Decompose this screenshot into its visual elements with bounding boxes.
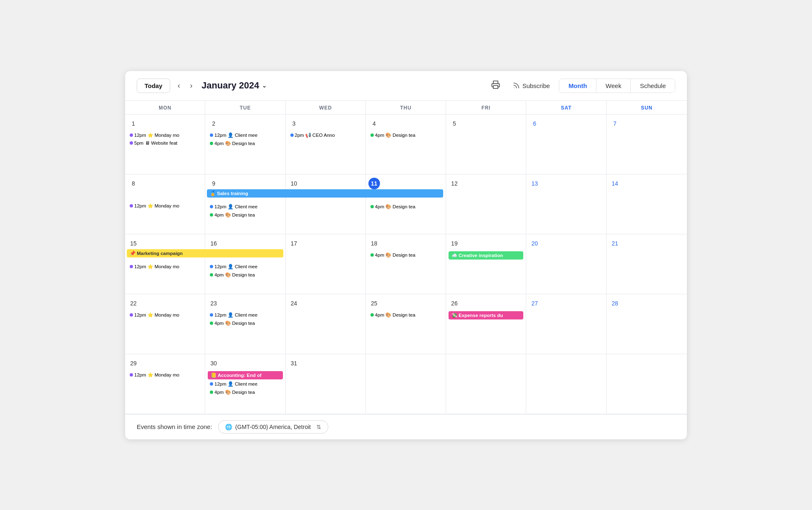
week-row-4: 22 12pm ⭐ Monday mo 23 12pm 👤 Client mee…: [125, 294, 687, 354]
day-cell-jan26[interactable]: 26 💸 Expense reports du: [446, 294, 526, 354]
tab-week[interactable]: Week: [596, 79, 631, 93]
list-item[interactable]: 4pm 🎨 Design tea: [208, 319, 283, 327]
day-cell-jan21[interactable]: 21: [607, 234, 687, 294]
day-cell-jan6[interactable]: 6: [526, 114, 606, 174]
dot-purple-icon: [130, 265, 133, 268]
dot-green-icon: [370, 253, 374, 257]
list-item[interactable]: 4pm 🎨 Design tea: [208, 211, 283, 219]
dot-green-icon: [210, 391, 213, 394]
svg-rect-0: [493, 85, 498, 88]
list-item[interactable]: 4pm 🎨 Design tea: [208, 271, 283, 279]
dot-green-icon: [210, 273, 213, 276]
day-cell-jan27[interactable]: 27: [526, 294, 606, 354]
list-item[interactable]: 12pm 👤 Client mee: [208, 380, 283, 388]
list-item[interactable]: 4pm 🎨 Design tea: [368, 311, 443, 319]
day-cell-jan30[interactable]: 30 📒 Accounting: End of 12pm 👤 Client me…: [205, 354, 285, 414]
day-cell-jan9[interactable]: 9 🏅 Sales training 12pm 👤 Client mee 4pm…: [205, 174, 285, 234]
day-cell-jan28[interactable]: 28: [607, 294, 687, 354]
list-item[interactable]: 12pm ⭐ Monday mo: [128, 311, 202, 319]
list-item[interactable]: 12pm 👤 Client mee: [208, 263, 283, 270]
day-cell-jan4[interactable]: 4 4pm 🎨 Design tea: [366, 114, 446, 174]
day-number: 27: [529, 298, 540, 309]
day-header-thu: THU: [366, 101, 446, 114]
list-item[interactable]: 4pm 🎨 Design tea: [368, 131, 443, 139]
day-cell-jan31[interactable]: 31: [286, 354, 366, 414]
day-cell-jan29[interactable]: 29 12pm ⭐ Monday mo: [125, 354, 205, 414]
day-cell-jan20[interactable]: 20: [526, 234, 606, 294]
list-item[interactable]: 4pm 🎨 Design tea: [368, 251, 443, 259]
day-number: 23: [208, 298, 219, 309]
next-month-button[interactable]: ›: [188, 80, 195, 92]
week-row-2: 8 12pm ⭐ Monday mo 9 🏅 Sales training 12…: [125, 174, 687, 234]
list-item[interactable]: 4pm 🎨 Design tea: [208, 140, 283, 147]
prev-month-button[interactable]: ‹: [175, 80, 183, 92]
day-header-wed: WED: [286, 101, 366, 114]
day-cell-jan1[interactable]: 1 12pm ⭐ Monday mo 5pm 🖥 Website feat: [125, 114, 205, 174]
list-item[interactable]: 12pm 👤 Client mee: [208, 203, 283, 210]
day-cell-jan15[interactable]: 15 📌 Marketing campaign 12pm ⭐ Monday mo: [125, 234, 205, 294]
list-item[interactable]: 12pm 👤 Client mee: [208, 131, 283, 139]
day-cell-empty2: [446, 354, 526, 414]
day-cell-jan10[interactable]: 10: [286, 174, 366, 234]
day-number: 13: [529, 178, 540, 189]
day-headers: MON TUE WED THU FRI SAT SUN: [125, 101, 687, 114]
day-number: 16: [208, 238, 219, 249]
list-item[interactable]: 5pm 🖥 Website feat: [128, 140, 202, 146]
accounting-event[interactable]: 📒 Accounting: End of: [208, 371, 283, 379]
day-cell-jan14[interactable]: 14: [607, 174, 687, 234]
day-cell-jan11[interactable]: 11 4pm 🎨 Design tea: [366, 174, 446, 234]
day-number: 29: [128, 357, 139, 369]
week-row-1: 1 12pm ⭐ Monday mo 5pm 🖥 Website feat 2 …: [125, 114, 687, 174]
day-number: 2: [208, 118, 219, 129]
list-item[interactable]: 12pm ⭐ Monday mo: [128, 371, 202, 379]
subscribe-button[interactable]: Subscribe: [508, 79, 554, 92]
day-cell-jan19[interactable]: 19 ☁️ Creative inspiration: [446, 234, 526, 294]
calendar-header: Today ‹ › January 2024 ⌄ Subscribe Month: [125, 71, 687, 101]
day-cell-jan17[interactable]: 17: [286, 234, 366, 294]
dot-green-icon: [210, 322, 213, 325]
list-item[interactable]: 4pm 🎨 Design tea: [368, 203, 443, 210]
tab-schedule[interactable]: Schedule: [631, 79, 675, 93]
day-cell-jan5[interactable]: 5: [446, 114, 526, 174]
day-number: 12: [449, 178, 460, 189]
today-button[interactable]: Today: [137, 79, 170, 93]
day-number: 7: [609, 118, 621, 129]
expense-reports-event[interactable]: 💸 Expense reports du: [449, 311, 523, 319]
day-cell-jan7[interactable]: 7: [607, 114, 687, 174]
list-item[interactable]: 12pm ⭐ Monday mo: [128, 131, 202, 139]
calendar-container: Today ‹ › January 2024 ⌄ Subscribe Month: [125, 71, 687, 439]
print-button[interactable]: [488, 79, 503, 93]
list-item[interactable]: 12pm ⭐ Monday mo: [128, 202, 202, 210]
list-item[interactable]: 12pm ⭐ Monday mo: [128, 263, 202, 270]
list-item[interactable]: 2pm 📢 CEO Anno: [288, 131, 363, 139]
day-number: 14: [609, 178, 621, 189]
day-cell-jan13[interactable]: 13: [526, 174, 606, 234]
day-cell-jan3[interactable]: 3 2pm 📢 CEO Anno: [286, 114, 366, 174]
day-header-sat: SAT: [526, 101, 606, 114]
day-number: 6: [529, 118, 540, 129]
day-cell-jan24[interactable]: 24: [286, 294, 366, 354]
month-title[interactable]: January 2024 ⌄: [202, 80, 266, 91]
day-number: 9: [208, 178, 219, 189]
timezone-select[interactable]: 🌐 (GMT-05:00) America, Detroit ⇅: [218, 420, 329, 434]
day-cell-jan18[interactable]: 18 4pm 🎨 Design tea: [366, 234, 446, 294]
day-cell-jan8[interactable]: 8 12pm ⭐ Monday mo: [125, 174, 205, 234]
creative-inspiration-event[interactable]: ☁️ Creative inspiration: [449, 251, 523, 260]
list-item[interactable]: 12pm 👤 Client mee: [208, 311, 283, 319]
day-cell-jan16[interactable]: 16 12pm 👤 Client mee 4pm 🎨 Design tea: [205, 234, 285, 294]
day-cell-jan23[interactable]: 23 12pm 👤 Client mee 4pm 🎨 Design tea: [205, 294, 285, 354]
day-cell-jan12[interactable]: 12: [446, 174, 526, 234]
day-number: 21: [609, 238, 621, 249]
list-item[interactable]: 4pm 🎨 Design tea: [208, 388, 283, 396]
day-number: 5: [449, 118, 460, 129]
day-number: 19: [449, 238, 460, 249]
view-tabs: Month Week Schedule: [559, 79, 675, 93]
day-cell-jan22[interactable]: 22 12pm ⭐ Monday mo: [125, 294, 205, 354]
chevron-down-icon: ⌄: [262, 82, 267, 89]
tab-month[interactable]: Month: [559, 79, 596, 93]
day-number: 25: [368, 298, 380, 309]
sort-icon: ⇅: [316, 424, 321, 430]
day-cell-jan2[interactable]: 2 12pm 👤 Client mee 4pm 🎨 Design tea: [205, 114, 285, 174]
day-cell-jan25[interactable]: 25 4pm 🎨 Design tea: [366, 294, 446, 354]
day-number-today: 11: [368, 178, 380, 189]
